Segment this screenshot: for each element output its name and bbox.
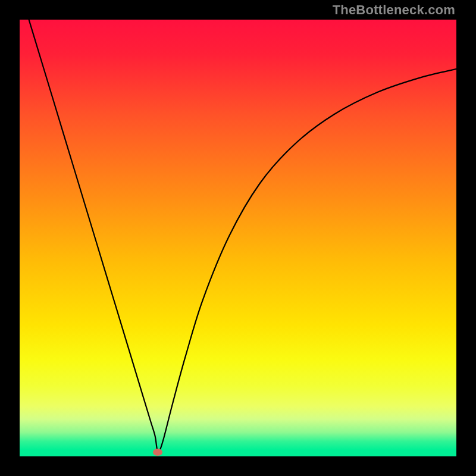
bottleneck-curve <box>20 20 456 456</box>
plot-area <box>20 20 456 456</box>
watermark-text: TheBottleneck.com <box>333 2 455 18</box>
chart-frame: TheBottleneck.com <box>0 0 476 476</box>
optimum-marker <box>153 449 162 456</box>
